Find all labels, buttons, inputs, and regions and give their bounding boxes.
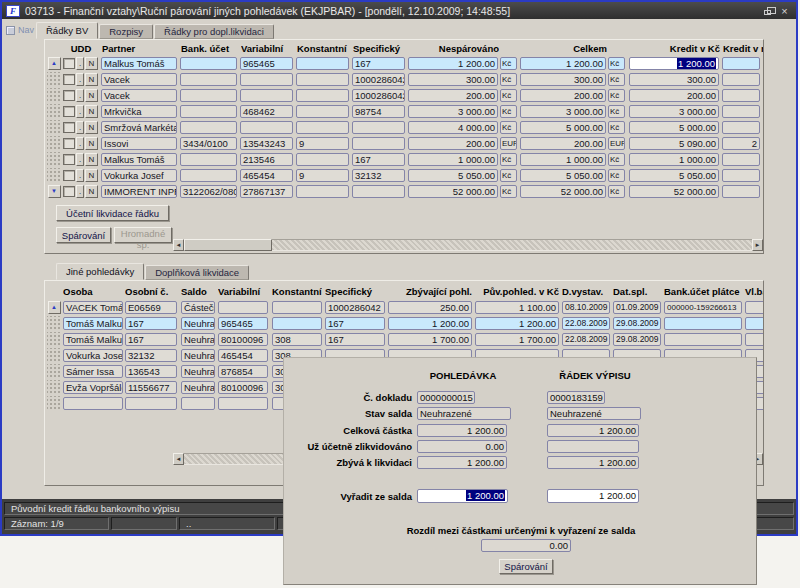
- dialog-field-c-dokladu-radek-vypisu[interactable]: 0000183159: [547, 391, 605, 404]
- dialog-field-c-dokladu-pohledavka[interactable]: 0000000015: [417, 391, 475, 404]
- cell-osobni[interactable]: [125, 397, 177, 410]
- cell-var[interactable]: 27867137: [240, 185, 293, 198]
- cell-bank[interactable]: 3434/0100: [180, 137, 237, 150]
- cell-saldo[interactable]: Neuhraz: [181, 317, 215, 330]
- cell-osobni[interactable]: 32132: [125, 349, 177, 362]
- cell-bank[interactable]: [180, 73, 237, 86]
- cell-kreditm[interactable]: [722, 153, 760, 166]
- nav-button[interactable]: Nav: [6, 25, 34, 35]
- record-selector[interactable]: [47, 72, 61, 87]
- cell-zbyv[interactable]: 250.00: [388, 301, 472, 314]
- cell-bankucet[interactable]: 000000-159266613: [664, 301, 742, 314]
- row-checkbox[interactable]: [63, 138, 75, 149]
- cell-kreditm[interactable]: [722, 57, 760, 70]
- cell-puv[interactable]: 1 100.00: [475, 301, 559, 314]
- dialog-field-stav-salda-pohledavka[interactable]: Neuhrazené: [417, 407, 511, 420]
- cell-kreditm[interactable]: [722, 73, 760, 86]
- tab-rozpisy[interactable]: Rozpisy: [99, 24, 153, 39]
- cell-kredit[interactable]: 52 000.00: [629, 185, 719, 198]
- cell-kreditm[interactable]: [722, 169, 760, 182]
- record-selector[interactable]: [47, 396, 61, 411]
- dot-button[interactable]: .: [76, 89, 84, 102]
- cell-kredit[interactable]: 200.00: [629, 89, 719, 102]
- cell-cur1[interactable]: Kč: [500, 105, 517, 118]
- cell-spec[interactable]: 167: [352, 153, 405, 166]
- cell-konst[interactable]: [296, 57, 349, 70]
- cell-spec[interactable]: 98754: [352, 105, 405, 118]
- cell-bank[interactable]: [180, 105, 237, 118]
- tab-radky-bv[interactable]: Řádky BV: [36, 22, 98, 39]
- cell-nespar[interactable]: 52 000.00: [408, 185, 498, 198]
- cell-kredit[interactable]: 1 000.00: [629, 153, 719, 166]
- cell-nespar[interactable]: 1 000.00: [408, 153, 498, 166]
- record-selector[interactable]: [47, 152, 61, 167]
- cell-kredit[interactable]: 300.00: [629, 73, 719, 86]
- record-selector[interactable]: [47, 316, 61, 331]
- cell-zbyv[interactable]: 1 200.00: [388, 317, 472, 330]
- row-checkbox[interactable]: [63, 186, 75, 197]
- cell-spec[interactable]: [352, 137, 405, 150]
- record-selector[interactable]: [47, 300, 61, 315]
- close-button[interactable]: [777, 5, 792, 17]
- cell-konst[interactable]: 308: [272, 333, 322, 346]
- cell-cur2[interactable]: Kč: [608, 57, 625, 70]
- cell-spec[interactable]: 1000286042: [325, 301, 385, 314]
- dialog-field-stav-salda-radek-vypisu[interactable]: Neuhrazené: [547, 407, 641, 420]
- cell-spec[interactable]: 167: [352, 57, 405, 70]
- tab-radky-pro-dopl-likvidaci[interactable]: Řádky pro dopl.likvidaci: [154, 24, 274, 39]
- cell-osoba[interactable]: Evža Vopršálě: [63, 381, 123, 394]
- cell-kredit[interactable]: 5 050.00: [629, 169, 719, 182]
- cell-kredit[interactable]: 5 090.00: [629, 137, 719, 150]
- cell-dvyst[interactable]: 22.08.2009: [562, 317, 610, 330]
- cell-kreditm[interactable]: [722, 89, 760, 102]
- cell-konst[interactable]: [296, 121, 349, 134]
- cell-celkem[interactable]: 200.00: [520, 89, 606, 102]
- dialog-sparovani-button[interactable]: Spárování: [499, 559, 553, 574]
- cell-bankucet[interactable]: [664, 317, 742, 330]
- cell-osoba[interactable]: Tomáš Malkus: [63, 317, 123, 330]
- cell-cur1[interactable]: EUR: [500, 137, 517, 150]
- cell-partner[interactable]: Vokurka Josef: [101, 169, 177, 182]
- cell-saldo[interactable]: Neuhraz: [181, 381, 215, 394]
- cell-bank[interactable]: [180, 153, 237, 166]
- cell-nespar[interactable]: 1 200.00: [408, 57, 498, 70]
- row-checkbox[interactable]: [63, 90, 75, 101]
- cell-nespar[interactable]: 4 000.00: [408, 121, 498, 134]
- cell-konst[interactable]: 9: [296, 137, 349, 150]
- cell-var[interactable]: 465454: [240, 169, 293, 182]
- cell-bankucet[interactable]: [664, 333, 742, 346]
- dialog-field-celkova-castka-radek-vypisu[interactable]: 1 200.00: [547, 424, 639, 437]
- dialog-field-zbyva-k-likvidaci-radek-vypisu[interactable]: 1 200.00: [547, 456, 639, 469]
- n-flag-button[interactable]: N: [85, 169, 98, 182]
- cell-spec[interactable]: [352, 185, 405, 198]
- row-checkbox[interactable]: [63, 58, 75, 69]
- cell-bank[interactable]: [180, 89, 237, 102]
- cell-nespar[interactable]: 200.00: [408, 89, 498, 102]
- dot-button[interactable]: .: [76, 169, 84, 182]
- cell-nespar[interactable]: 3 000.00: [408, 105, 498, 118]
- dialog-field-uz-ucetne-zlikvidovano-pohledavka[interactable]: 0.00: [417, 440, 507, 453]
- cell-var[interactable]: [240, 121, 293, 134]
- cell-osoba[interactable]: Tomáš Malkus: [63, 333, 123, 346]
- cell-nespar[interactable]: 200.00: [408, 137, 498, 150]
- cell-vlbank[interactable]: [745, 333, 764, 346]
- cell-celkem[interactable]: 5 000.00: [520, 121, 606, 134]
- cell-cur2[interactable]: Kč: [608, 153, 625, 166]
- cell-spec[interactable]: [352, 121, 405, 134]
- scroll-down-icon[interactable]: [48, 185, 61, 198]
- n-flag-button[interactable]: N: [85, 57, 98, 70]
- cell-celkem[interactable]: 200.00: [520, 137, 606, 150]
- cell-osobni[interactable]: 167: [125, 317, 177, 330]
- cell-saldo[interactable]: Neuhraz: [181, 349, 215, 362]
- cell-partner[interactable]: Malkus Tomáš: [101, 153, 177, 166]
- cell-spec[interactable]: 1000286042: [352, 73, 405, 86]
- cell-var[interactable]: [240, 89, 293, 102]
- sparovani-button[interactable]: Spárování: [56, 227, 111, 243]
- cell-var[interactable]: 468462: [240, 105, 293, 118]
- cell-cur2[interactable]: EUR: [608, 137, 625, 150]
- tab-jine-pohledavky[interactable]: Jiné pohledávky: [56, 263, 144, 280]
- cell-nespar[interactable]: 300.00: [408, 73, 498, 86]
- cell-kreditm[interactable]: [722, 185, 760, 198]
- cell-cur1[interactable]: Kč: [500, 57, 517, 70]
- dot-button[interactable]: .: [76, 121, 84, 134]
